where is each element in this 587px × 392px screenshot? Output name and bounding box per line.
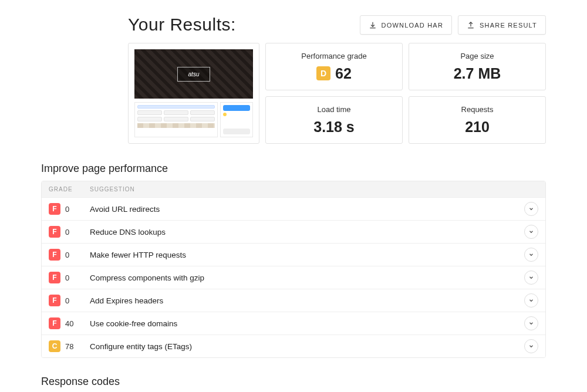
table-row[interactable]: F0Avoid URL redirects (42, 197, 545, 220)
download-har-button[interactable]: DOWNLOAD HAR (360, 15, 452, 35)
improve-header-suggestion: SUGGESTION (90, 186, 538, 192)
performance-grade-value: 62 (335, 65, 352, 82)
page-size-card: Page size 2.7 MB (409, 43, 546, 90)
grade-chip: F (49, 272, 60, 283)
chevron-down-icon (528, 342, 534, 351)
grade-score: 0 (65, 228, 69, 236)
improve-section-title: Improve page performance (41, 163, 546, 175)
grade-score: 78 (65, 342, 73, 351)
page-size-value: 2.7 MB (454, 65, 501, 82)
load-time-value: 3.18 s (313, 119, 355, 136)
page-thumbnail: atsu (134, 49, 253, 137)
chevron-down-icon (528, 319, 534, 328)
grade-chip: C (49, 340, 60, 352)
chevron-down-icon (528, 273, 534, 282)
requests-card: Requests 210 (409, 96, 546, 144)
improve-header-grade: GRADE (49, 186, 90, 192)
table-row[interactable]: F0Reduce DNS lookups (42, 220, 545, 243)
grade-score: 40 (65, 319, 73, 328)
share-result-label: SHARE RESULT (480, 22, 537, 29)
grade-chip: F (49, 317, 60, 329)
download-har-label: DOWNLOAD HAR (382, 22, 443, 29)
grade-score: 0 (65, 273, 69, 282)
suggestion-text: Make fewer HTTP requests (90, 251, 524, 259)
page-title: Your Results: (41, 15, 236, 35)
table-row[interactable]: F0Make fewer HTTP requests (42, 243, 545, 266)
expand-button[interactable] (524, 293, 538, 307)
performance-grade-label: Performance grade (301, 52, 366, 60)
requests-value: 210 (465, 119, 490, 136)
load-time-card: Load time 3.18 s (265, 96, 403, 144)
page-thumbnail-card: atsu (128, 43, 259, 144)
improve-table: GRADE SUGGESTION F0Avoid URL redirectsF0… (41, 181, 546, 358)
table-row[interactable]: F0Add Expires headers (42, 289, 545, 312)
expand-button[interactable] (524, 316, 538, 330)
share-result-button[interactable]: SHARE RESULT (458, 15, 546, 35)
load-time-label: Load time (317, 105, 350, 114)
chevron-down-icon (528, 204, 534, 214)
expand-button[interactable] (524, 339, 538, 353)
share-icon (467, 21, 475, 29)
suggestion-text: Reduce DNS lookups (90, 228, 524, 236)
response-codes-title: Response codes (41, 376, 546, 388)
grade-chip: F (49, 249, 60, 261)
chevron-down-icon (528, 250, 534, 259)
suggestion-text: Configure entity tags (ETags) (90, 342, 524, 351)
page-size-label: Page size (460, 52, 494, 60)
table-row[interactable]: F0Compress components with gzip (42, 266, 545, 289)
table-row[interactable]: F40Use cookie-free domains (42, 312, 545, 334)
thumbnail-logo: atsu (177, 67, 211, 82)
expand-button[interactable] (524, 202, 538, 216)
suggestion-text: Compress components with gzip (90, 273, 524, 282)
chevron-down-icon (528, 296, 534, 305)
expand-button[interactable] (524, 248, 538, 262)
expand-button[interactable] (524, 271, 538, 285)
grade-score: 0 (65, 296, 69, 305)
suggestion-text: Avoid URL redirects (90, 205, 524, 214)
grade-chip: F (49, 226, 60, 238)
performance-grade-card: Performance grade D 62 (265, 43, 403, 90)
table-row[interactable]: C78Configure entity tags (ETags) (42, 334, 545, 357)
download-icon (369, 21, 377, 29)
grade-chip: F (49, 203, 60, 215)
expand-button[interactable] (524, 225, 538, 239)
grade-chip: F (49, 295, 60, 306)
chevron-down-icon (528, 227, 534, 236)
suggestion-text: Use cookie-free domains (90, 319, 524, 328)
performance-grade-chip: D (316, 66, 330, 80)
requests-label: Requests (461, 105, 494, 114)
grade-score: 0 (65, 251, 69, 259)
grade-score: 0 (65, 205, 69, 214)
suggestion-text: Add Expires headers (90, 296, 524, 305)
